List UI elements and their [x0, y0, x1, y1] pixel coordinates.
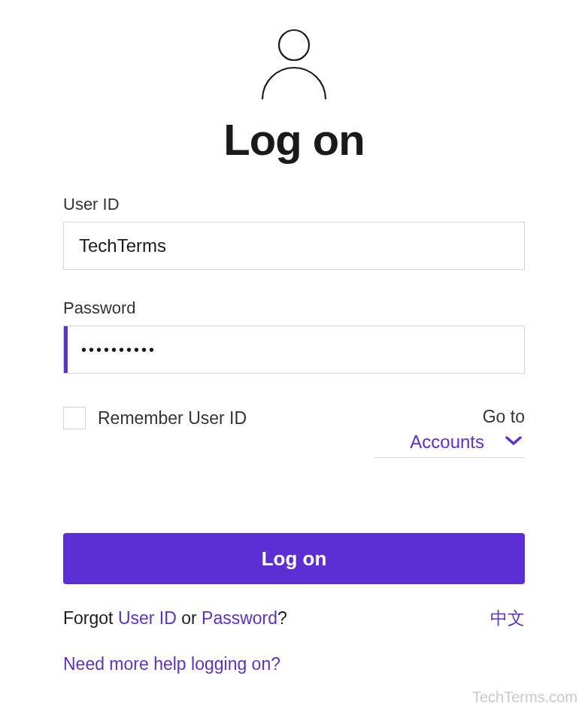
userid-field-group: User ID [63, 195, 525, 270]
forgot-links-row: Forgot User ID or Password? 中文 [63, 607, 525, 630]
remember-group: Remember User ID [63, 407, 247, 429]
remember-label: Remember User ID [98, 408, 247, 429]
watermark: TechTerms.com [472, 689, 577, 706]
goto-select[interactable]: Accounts [374, 430, 525, 458]
password-field-group: Password [63, 298, 525, 374]
help-row: Need more help logging on? [63, 654, 525, 674]
login-form: Log on User ID Password Remember User ID… [0, 0, 588, 674]
svg-point-0 [279, 30, 309, 60]
user-icon [63, 29, 525, 101]
forgot-suffix: ? [277, 608, 287, 628]
forgot-password-link[interactable]: Password [202, 608, 277, 628]
options-row: Remember User ID Go to Accounts [63, 407, 525, 458]
password-wrapper [63, 326, 525, 374]
help-link[interactable]: Need more help logging on? [63, 654, 280, 674]
login-button[interactable]: Log on [63, 533, 525, 584]
page-title: Log on [63, 114, 525, 165]
forgot-text: Forgot User ID or Password? [63, 608, 287, 629]
chevron-down-icon [505, 435, 522, 449]
password-input[interactable] [68, 326, 524, 373]
password-label: Password [63, 298, 525, 318]
remember-checkbox[interactable] [63, 407, 86, 429]
forgot-middle: or [177, 608, 202, 628]
forgot-prefix: Forgot [63, 608, 118, 628]
forgot-userid-link[interactable]: User ID [118, 608, 177, 628]
userid-input[interactable] [63, 222, 525, 270]
goto-group: Go to Accounts [374, 407, 525, 458]
userid-label: User ID [63, 195, 525, 214]
language-link[interactable]: 中文 [490, 607, 525, 630]
goto-label: Go to [374, 407, 525, 427]
goto-selected-value: Accounts [410, 432, 484, 453]
